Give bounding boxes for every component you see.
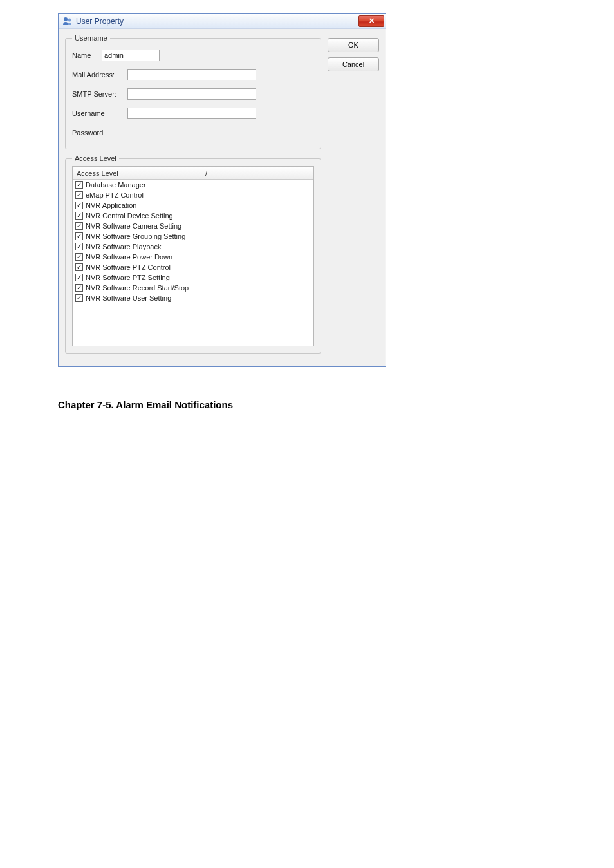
- checkbox-icon[interactable]: [75, 294, 83, 302]
- list-item[interactable]: eMap PTZ Control: [73, 190, 313, 200]
- checkbox-icon[interactable]: [75, 274, 83, 281]
- header-col-access[interactable]: Access Level: [73, 167, 201, 179]
- smtp-label: SMTP Server:: [72, 90, 124, 98]
- list-item-label: eMap PTZ Control: [86, 191, 144, 199]
- checkbox-icon[interactable]: [75, 191, 83, 199]
- title-text: User Property: [76, 17, 358, 26]
- access-legend: Access Level: [72, 155, 119, 162]
- list-item-label: NVR Software User Setting: [86, 294, 171, 302]
- list-item[interactable]: NVR Central Device Setting: [73, 211, 313, 221]
- list-item[interactable]: NVR Application: [73, 200, 313, 211]
- close-button[interactable]: ✕: [358, 15, 384, 27]
- checkbox-icon[interactable]: [75, 253, 83, 261]
- password-label: Password: [72, 129, 124, 137]
- svg-point-0: [64, 17, 68, 21]
- list-item-label: NVR Central Device Setting: [86, 212, 173, 220]
- list-item-label: NVR Software Grouping Setting: [86, 232, 185, 240]
- list-item[interactable]: NVR Software Power Down: [73, 252, 313, 262]
- mail-label: Mail Address:: [72, 71, 124, 79]
- access-listview[interactable]: Access Level / Database ManagereMap PTZ …: [72, 166, 314, 346]
- list-item[interactable]: NVR Software Record Start/Stop: [73, 283, 313, 293]
- username-legend: Username: [72, 34, 110, 42]
- list-item[interactable]: Database Manager: [73, 180, 313, 190]
- smtp-input[interactable]: [127, 88, 256, 100]
- mail-input[interactable]: [127, 69, 256, 80]
- listview-header: Access Level /: [73, 167, 313, 180]
- user-property-dialog: User Property ✕ Username Name Mail Addre…: [58, 13, 386, 367]
- list-item-label: Database Manager: [86, 181, 146, 189]
- list-item[interactable]: NVR Software Grouping Setting: [73, 231, 313, 241]
- svg-point-1: [68, 18, 71, 21]
- checkbox-icon[interactable]: [75, 263, 83, 271]
- list-item-label: NVR Software PTZ Control: [86, 263, 171, 271]
- header-col-2[interactable]: /: [201, 167, 313, 179]
- checkbox-icon[interactable]: [75, 243, 83, 250]
- titlebar[interactable]: User Property ✕: [59, 14, 386, 29]
- list-item[interactable]: NVR Software Camera Setting: [73, 221, 313, 231]
- close-icon: ✕: [369, 17, 375, 25]
- list-item-label: NVR Software Playback: [86, 243, 161, 250]
- list-item-label: NVR Application: [86, 202, 137, 209]
- chapter-heading: Chapter 7-5. Alarm Email Notifications: [58, 399, 556, 410]
- username-label: Username: [72, 109, 124, 117]
- access-level-group: Access Level Access Level / Database Man…: [65, 155, 321, 354]
- list-item-label: NVR Software PTZ Setting: [86, 274, 170, 281]
- cancel-button[interactable]: Cancel: [328, 57, 379, 71]
- name-input[interactable]: [102, 50, 160, 61]
- list-item[interactable]: NVR Software PTZ Control: [73, 262, 313, 272]
- user-group-icon: [62, 16, 73, 26]
- list-item[interactable]: NVR Software PTZ Setting: [73, 272, 313, 283]
- ok-button[interactable]: OK: [328, 38, 379, 52]
- list-item-label: NVR Software Record Start/Stop: [86, 284, 189, 292]
- list-item[interactable]: NVR Software Playback: [73, 241, 313, 252]
- username-group: Username Name Mail Address: SMTP Server:: [65, 34, 321, 149]
- name-label: Name: [72, 52, 98, 59]
- username-input[interactable]: [127, 108, 256, 119]
- list-item-label: NVR Software Camera Setting: [86, 222, 181, 230]
- checkbox-icon[interactable]: [75, 181, 83, 189]
- checkbox-icon[interactable]: [75, 232, 83, 240]
- list-item-label: NVR Software Power Down: [86, 253, 172, 261]
- checkbox-icon[interactable]: [75, 202, 83, 209]
- checkbox-icon[interactable]: [75, 212, 83, 220]
- checkbox-icon[interactable]: [75, 222, 83, 230]
- checkbox-icon[interactable]: [75, 284, 83, 292]
- list-item[interactable]: NVR Software User Setting: [73, 293, 313, 303]
